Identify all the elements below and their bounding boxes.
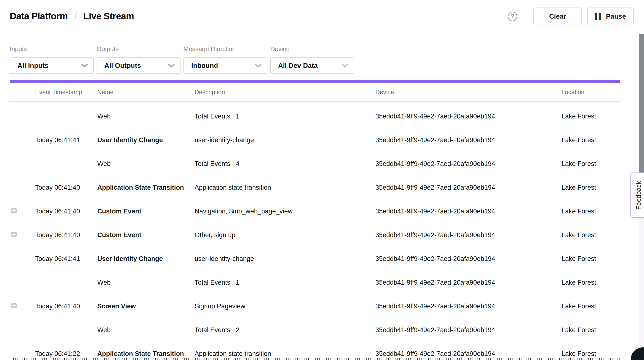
table-row[interactable]: Today 06:41:40Screen ViewSignup Pageview…	[9, 294, 621, 318]
cell-name: Web	[97, 279, 194, 286]
device-filter-value: All Dev Data	[278, 62, 318, 70]
table-header-row: Event Timestamp Name Description Device …	[9, 83, 621, 102]
breadcrumb-item-live-stream: Live Stream	[83, 11, 134, 21]
cell-location: Lake Forest	[562, 279, 621, 286]
expand-button[interactable]	[11, 303, 17, 308]
name-column-header: Name	[97, 89, 194, 96]
breadcrumb-separator-icon: /	[74, 11, 77, 22]
breadcrumb-item-data-platform[interactable]: Data Platform	[10, 11, 68, 21]
table-row[interactable]: WebTotal Events : 135eddb41-9ff9-49e2-7a…	[9, 104, 621, 128]
cell-event-timestamp: Today 06:41:40	[35, 231, 97, 239]
cell-description: Application state transition	[194, 350, 376, 358]
cell-location: Lake Forest	[562, 231, 621, 239]
cell-device: 35eddb41-9ff9-49e2-7aed-20afa90eb194	[376, 231, 562, 239]
cell-device: 35eddb41-9ff9-49e2-7aed-20afa90eb194	[376, 208, 562, 215]
cell-device: 35eddb41-9ff9-49e2-7aed-20afa90eb194	[376, 255, 562, 263]
table-row[interactable]: Today 06:41:40Custom EventOther, sign up…	[9, 223, 621, 247]
table-row[interactable]: Today 06:41:40Custom EventNavigation, $m…	[9, 199, 621, 223]
inputs-filter-dropdown[interactable]: All Inputs	[10, 57, 94, 74]
expand-button[interactable]	[11, 232, 17, 237]
cell-description: user-identity-change	[194, 136, 376, 144]
message-direction-filter-dropdown[interactable]: Inbound	[184, 57, 268, 74]
cell-description: Total Events : 4	[194, 160, 376, 168]
outputs-filter-value: All Outputs	[104, 62, 141, 70]
plus-icon	[11, 208, 17, 213]
cell-description: Total Events : 1	[194, 279, 376, 286]
feedback-tab-label: Feedback	[635, 181, 642, 210]
help-icon[interactable]: ?	[508, 12, 517, 21]
event-table-body: WebTotal Events : 135eddb41-9ff9-49e2-7a…	[9, 102, 621, 360]
pause-button[interactable]: Pause	[587, 7, 634, 25]
breadcrumb: Data Platform / Live Stream	[10, 11, 134, 22]
cell-location: Lake Forest	[562, 208, 621, 215]
cell-name: User Identity Change	[97, 255, 194, 263]
filter-group-device: Device All Dev Data	[270, 45, 354, 74]
cell-location: Lake Forest	[562, 113, 621, 120]
filter-group-inputs: Inputs All Inputs	[10, 45, 94, 74]
cell-name: Screen View	[97, 303, 194, 310]
table-row[interactable]: WebTotal Events : 135eddb41-9ff9-49e2-7a…	[9, 271, 621, 294]
event-timestamp-column-header: Event Timestamp	[35, 89, 97, 96]
cell-device: 35eddb41-9ff9-49e2-7aed-20afa90eb194	[376, 350, 562, 358]
expand-cell	[9, 208, 35, 215]
expand-cell	[9, 231, 35, 239]
cell-description: user-identity-change	[194, 255, 376, 263]
chevron-down-icon	[342, 64, 348, 68]
cell-location: Lake Forest	[562, 184, 621, 191]
filter-group-outputs: Outputs All Outputs	[96, 45, 180, 74]
clear-button[interactable]: Clear	[533, 7, 582, 25]
cell-name: Web	[97, 160, 194, 168]
cell-device: 35eddb41-9ff9-49e2-7aed-20afa90eb194	[376, 326, 562, 334]
table-row[interactable]: Today 06:41:40Application State Transiti…	[9, 176, 621, 199]
feedback-tab[interactable]: Feedback	[630, 173, 644, 218]
cell-event-timestamp: Today 06:41:40	[35, 208, 97, 215]
cell-description: Signup Pageview	[194, 303, 376, 310]
header-actions: ? Clear Pause	[508, 7, 634, 25]
pause-button-label: Pause	[606, 12, 626, 20]
filter-group-message-direction: Message Direction Inbound	[184, 45, 268, 74]
filters-bar: Inputs All Inputs Outputs All Outputs Me…	[0, 33, 644, 74]
cell-name: Application State Transition	[97, 350, 194, 358]
table-row[interactable]: WebTotal Events : 235eddb41-9ff9-49e2-7a…	[9, 318, 621, 342]
cell-event-timestamp: Today 06:41:41	[35, 136, 97, 144]
chevron-down-icon	[168, 64, 175, 68]
chevron-down-icon	[255, 64, 262, 68]
cell-device: 35eddb41-9ff9-49e2-7aed-20afa90eb194	[376, 113, 562, 120]
plus-icon	[11, 303, 17, 308]
device-column-header: Device	[376, 89, 562, 96]
cell-name: Application State Transition	[97, 184, 194, 191]
cell-event-timestamp: Today 06:41:40	[35, 303, 97, 310]
cell-event-timestamp: Today 06:41:41	[35, 255, 97, 263]
cell-name: Web	[97, 113, 194, 120]
cell-event-timestamp: Today 06:41:22	[35, 350, 97, 358]
device-filter-dropdown[interactable]: All Dev Data	[270, 57, 354, 74]
cell-event-timestamp: Today 06:41:40	[35, 184, 97, 191]
device-filter-label: Device	[270, 45, 354, 53]
live-stream-page: Data Platform / Live Stream ? Clear Paus…	[0, 0, 644, 360]
outputs-filter-dropdown[interactable]: All Outputs	[96, 57, 180, 74]
expand-button[interactable]	[11, 208, 17, 213]
table-row[interactable]: Today 06:41:41User Identity Changeuser-i…	[9, 128, 621, 152]
chat-bubble-button[interactable]	[631, 348, 644, 360]
cell-location: Lake Forest	[562, 136, 621, 144]
cell-device: 35eddb41-9ff9-49e2-7aed-20afa90eb194	[376, 184, 562, 191]
stream-progress-bar	[10, 80, 620, 83]
table-row[interactable]: Today 06:41:22Application State Transiti…	[9, 342, 621, 360]
cell-location: Lake Forest	[562, 160, 621, 168]
pause-icon	[595, 13, 601, 20]
events-table: Event Timestamp Name Description Device …	[9, 83, 621, 360]
cell-description: Navigation, $mp_web_page_view	[194, 208, 376, 215]
inputs-filter-label: Inputs	[10, 45, 94, 53]
table-row[interactable]: WebTotal Events : 435eddb41-9ff9-49e2-7a…	[9, 152, 621, 176]
inputs-filter-value: All Inputs	[18, 62, 48, 70]
table-row[interactable]: Today 06:41:41User Identity Changeuser-i…	[9, 247, 621, 271]
cell-name: Custom Event	[97, 231, 194, 239]
cell-description: Application state transition	[194, 184, 376, 191]
cell-description: Total Events : 2	[194, 326, 376, 334]
cell-device: 35eddb41-9ff9-49e2-7aed-20afa90eb194	[376, 279, 562, 286]
location-column-header: Location	[562, 89, 621, 96]
cell-description: Total Events : 1	[194, 113, 376, 120]
cell-location: Lake Forest	[562, 303, 621, 310]
chevron-down-icon	[81, 64, 88, 68]
cell-name: Custom Event	[97, 208, 194, 215]
